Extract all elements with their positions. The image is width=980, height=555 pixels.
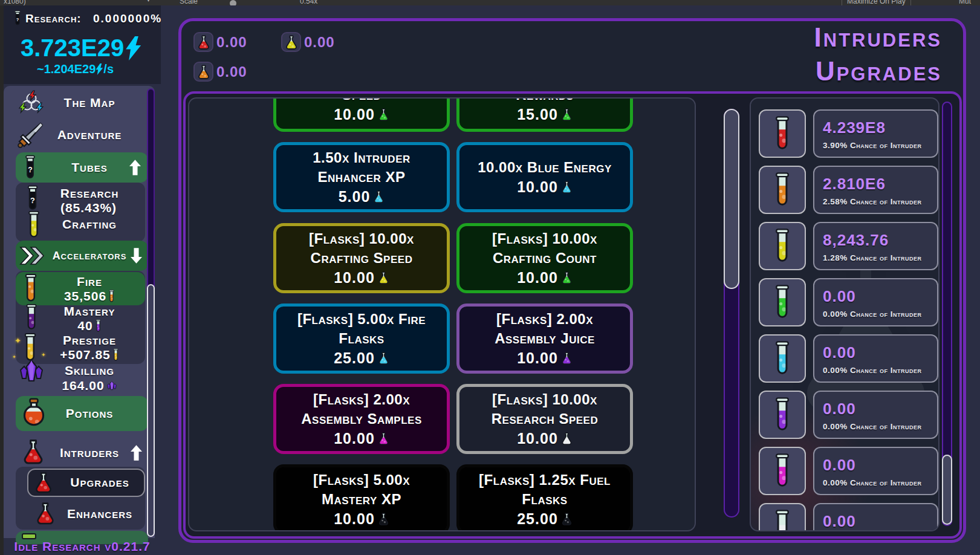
upgrade-cost-flask-icon <box>561 180 573 194</box>
upgrade-line: 1.50x Intruder <box>313 148 410 167</box>
tube-info-card-2[interactable]: 2.810E6 2.58% Chance of Intruder <box>813 166 938 214</box>
upgrade-cost: 10.00 <box>334 268 375 287</box>
energy-value: 3.723E29 <box>21 34 124 62</box>
page-title-line1: Intruders <box>814 22 942 53</box>
upgrade-line: [Flasks] 2.00x <box>313 390 410 409</box>
editor-resolution[interactable]: x1080) <box>4 0 26 5</box>
sidebar-item-skilling-label[interactable]: Skilling <box>36 362 143 379</box>
flask-red-icon[interactable] <box>35 499 56 527</box>
upgrade-line: 10.00x Blue Energy <box>478 158 612 177</box>
sidebar-item-adventure-label[interactable]: Adventure <box>36 126 143 143</box>
mastery-count-icon <box>95 319 102 333</box>
sidebar-item-enhancers-label[interactable]: Enhancers <box>57 505 142 522</box>
energy-rate-bolt-icon <box>96 63 103 75</box>
tube-info-card-4[interactable]: 0.00 0.00% Chance of Intruder <box>813 278 938 326</box>
upgrade-line: [Flasks] 1.25x Fuel <box>479 470 611 490</box>
counter-tile-yellow[interactable] <box>281 32 301 52</box>
editor-mute-button[interactable]: Mut <box>959 0 971 5</box>
counter-tile-orange[interactable] <box>193 62 213 82</box>
editor-dropdown-caret-icon[interactable]: ▾ <box>147 0 150 3</box>
upgrade-button-0-2[interactable]: Rewards 15.00 <box>456 97 633 132</box>
tube-chance: 0.00% Chance of Intruder <box>823 478 937 487</box>
sidebar-item-upgrades-label[interactable]: Upgrades <box>57 474 142 491</box>
sidebar-item-tubes-label[interactable]: Tubes <box>36 159 143 176</box>
upgrade-button-2-2[interactable]: [Flasks] 10.00xCrafting Count 10.00 <box>456 223 633 293</box>
tube-slot-3[interactable] <box>759 222 806 270</box>
upgrade-line: Crafting Speed <box>311 248 413 268</box>
sidebar-item-crafting-label[interactable]: Crafting <box>36 216 143 233</box>
sidebar-item-potions-label[interactable]: Potions <box>36 405 143 422</box>
upgrade-button-4-2[interactable]: [Flasks] 10.00xResearch Speed 10.00 <box>456 384 633 454</box>
upgrade-line: Enhancer XP <box>317 167 405 187</box>
energy-rate-suffix: /s <box>103 62 114 76</box>
upgrade-button-5-1[interactable]: [Flasks] 5.00xMastery XP 10.00 <box>273 464 450 531</box>
counter-value-orange: 0.00 <box>216 63 247 80</box>
tube-chance: 3.90% Chance of Intruder <box>823 141 937 150</box>
upgrades-scrollbar-thumb[interactable] <box>724 109 739 289</box>
upgrade-cost: 5.00 <box>339 187 371 206</box>
tube-slot-2[interactable] <box>759 166 806 214</box>
tube-value: 8,243.76 <box>823 231 937 250</box>
tube-chance: 2.58% Chance of Intruder <box>823 197 937 206</box>
tubes-scrollbar-thumb[interactable] <box>942 455 952 525</box>
upgrade-line: Speed <box>342 97 381 105</box>
tube-question-icon: ? <box>23 155 37 180</box>
upgrade-button-3-1[interactable]: [Flasks] 5.00x FireFlasks 25.00 <box>273 303 450 374</box>
upgrade-cost: 15.00 <box>517 105 558 124</box>
upgrade-line: Flasks <box>522 490 567 509</box>
tube-slot-8[interactable] <box>759 503 806 531</box>
upgrade-button-5-2[interactable]: [Flasks] 1.25x FuelFlasks 25.00 <box>456 464 633 531</box>
svg-text:?: ? <box>16 17 19 22</box>
upgrade-cost-flask-icon <box>561 351 573 365</box>
upgrade-line: Rewards <box>516 97 573 105</box>
tube-slot-5[interactable] <box>759 334 806 383</box>
energy-rate-row: ~1.204E29 /s <box>37 62 114 76</box>
tube-slot-7[interactable] <box>759 447 806 495</box>
sidebar-item-the-map-label[interactable]: The Map <box>36 94 143 111</box>
tube-slot-1[interactable] <box>759 109 806 158</box>
editor-scale-slider[interactable] <box>230 0 236 5</box>
upgrade-button-1-2[interactable]: 10.00x Blue Energy 10.00 <box>456 142 633 212</box>
editor-maximize-button[interactable]: Maximize On Play <box>842 0 911 5</box>
upgrade-cost: 10.00 <box>517 429 558 448</box>
upgrade-line: [Flasks] 5.00x <box>313 470 410 490</box>
tube-info-card-1[interactable]: 4.239E8 3.90% Chance of Intruder <box>813 109 938 158</box>
tube-value: 0.00 <box>823 456 937 475</box>
energy-bolt-icon <box>125 36 142 60</box>
sidebar-item-accelerators-label[interactable]: Accelerators <box>36 247 143 264</box>
upgrade-line: Flasks <box>339 329 384 348</box>
upgrade-cost-flask-icon <box>561 271 573 285</box>
tube-chance: 0.00% Chance of Intruder <box>823 422 937 431</box>
tube-info-card-6[interactable]: 0.00 0.00% Chance of Intruder <box>813 391 938 439</box>
upgrade-cost-flask-icon <box>378 432 389 446</box>
sidebar-item-fire-count[interactable]: 35,506 <box>36 288 143 305</box>
upgrade-button-3-2[interactable]: [Flasks] 2.00xAssembly Juice 10.00 <box>456 303 633 374</box>
tube-chance: 0.00% Chance of Intruder <box>823 366 937 375</box>
tube-value: 0.00 <box>823 343 937 362</box>
upgrade-cost-flask-icon <box>373 190 385 204</box>
upgrade-button-0-1[interactable]: Speed 10.00 <box>273 97 450 132</box>
counter-tile-red[interactable] <box>193 32 213 52</box>
sidebar-item-skilling-count[interactable]: 164.00 <box>36 377 143 394</box>
tube-info-card-7[interactable]: 0.00 0.00% Chance of Intruder <box>813 447 938 495</box>
sidebar-item-research-count[interactable]: (85.43%) <box>36 200 143 216</box>
upgrade-cost-flask-icon <box>378 351 389 365</box>
prestige-count-icon <box>112 348 119 362</box>
upgrade-button-4-1[interactable]: [Flasks] 2.00xAssembly Samples 10.00 <box>273 384 450 454</box>
tube-slot-6[interactable] <box>759 391 806 439</box>
upgrade-cost: 10.00 <box>334 105 375 124</box>
tube-info-card-3[interactable]: 8,243.76 1.28% Chance of Intruder <box>813 222 938 270</box>
upgrade-button-2-1[interactable]: [Flasks] 10.00xCrafting Speed 10.00 <box>273 223 450 293</box>
fire-count-icon <box>108 290 115 303</box>
upgrade-button-1-1[interactable]: 1.50x IntruderEnhancer XP 5.00 <box>273 142 450 212</box>
svg-text:?: ? <box>28 166 32 174</box>
tube-slot-4[interactable] <box>759 278 806 326</box>
upgrade-cost-flask-icon <box>561 108 573 122</box>
tube-info-card-5[interactable]: 0.00 0.00% Chance of Intruder <box>813 334 938 383</box>
upgrade-line: [Flasks] 2.00x <box>496 310 593 329</box>
sidebar-item-prestige-count[interactable]: +507.85 <box>36 346 143 363</box>
sidebar-item-intruders-label[interactable]: Intruders <box>36 444 143 461</box>
version-label: Idle Research v0.21.7 <box>4 538 161 555</box>
sidebar-scrollbar-thumb[interactable] <box>147 284 155 537</box>
tube-info-card-8[interactable]: 0.00 0.00% Chance of Intruder <box>813 503 938 531</box>
